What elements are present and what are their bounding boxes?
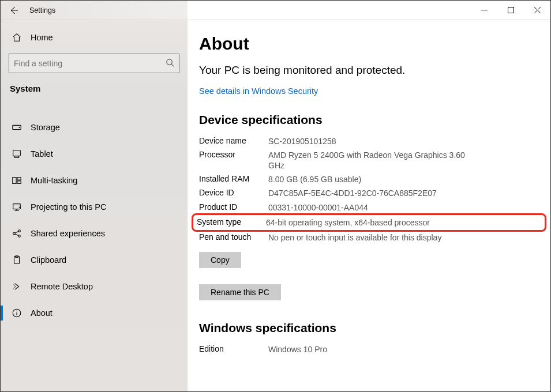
svg-rect-13 [13,204,21,209]
sidebar-item-label: Tablet [31,149,53,159]
back-button[interactable] [1,1,27,20]
page-title: About [199,34,539,54]
spec-ram: Installed RAM 8.00 GB (6.95 GB usable) [199,174,539,184]
spec-value: 64-bit operating system, x64-based proce… [266,217,474,228]
spec-value: 00331-10000-00001-AA044 [268,202,476,213]
spec-value: D47C85AF-5E4C-4DD1-92C0-76CA885F2E07 [268,188,476,198]
svg-point-7 [18,127,20,128]
sidebar-item-shared[interactable]: Shared experiences [9,220,179,247]
spec-label: Pen and touch [199,232,268,243]
sidebar-item-label: Storage [31,123,60,132]
svg-line-17 [15,231,18,233]
spec-label: Processor [199,150,268,171]
spec-label: Device ID [199,188,268,198]
svg-point-14 [13,232,16,235]
spec-device-name: Device name SC-201905101258 [199,136,539,146]
svg-rect-9 [14,156,18,158]
spec-pen-touch: Pen and touch No pen or touch input is a… [199,232,539,243]
multitasking-icon [11,175,23,186]
sidebar-nav: Storage Tablet Multi-tasking Projecting … [9,114,179,326]
svg-point-16 [18,235,21,238]
spec-value: SC-201905101258 [268,136,476,146]
home-nav[interactable]: Home [9,26,179,49]
sidebar-item-label: Remote Desktop [31,282,93,291]
svg-line-5 [171,64,174,66]
sidebar-item-label: Multi-tasking [31,176,77,185]
spec-edition: Edition Windows 10 Pro [199,344,539,355]
clipboard-icon [11,254,23,266]
svg-rect-12 [17,181,21,184]
spec-label: Edition [199,344,268,355]
about-icon [11,307,23,319]
svg-line-18 [15,234,18,236]
svg-point-4 [167,59,172,64]
spec-system-type: System type 64-bit operating system, x64… [194,216,543,229]
device-specifications-table: Device name SC-201905101258 Processor AM… [199,136,539,243]
maximize-button[interactable] [497,1,524,20]
sidebar-item-clipboard[interactable]: Clipboard [9,247,179,273]
sidebar-item-label: Clipboard [31,255,66,265]
title-bar: Settings [1,1,550,20]
windows-security-link[interactable]: See details in Windows Security [199,86,318,96]
sidebar-item-tablet[interactable]: Tablet [9,141,179,167]
content-area: About Your PC is being monitored and pro… [188,20,550,391]
sidebar-item-label: Shared experiences [31,229,105,238]
windows-specifications-table: Edition Windows 10 Pro [199,344,539,355]
svg-rect-11 [17,178,21,180]
tablet-icon [11,148,23,160]
svg-rect-10 [13,178,16,184]
close-button[interactable] [524,1,550,20]
spec-value: AMD Ryzen 5 2400G with Radeon Vega Graph… [268,150,476,171]
storage-icon [11,122,23,133]
window-controls [471,1,550,20]
sidebar: Home System Storage Tablet Multi-tasking [1,20,188,391]
spec-label: Device name [199,136,268,146]
svg-point-23 [16,311,17,311]
windows-specifications-heading: Windows specifications [199,321,539,335]
spec-label: Installed RAM [199,174,268,184]
projecting-icon [11,201,23,213]
spec-value: 8.00 GB (6.95 GB usable) [268,174,476,184]
sidebar-item-label: Projecting to this PC [31,202,106,212]
spec-label: System type [197,217,266,228]
sidebar-item-remote[interactable]: Remote Desktop [9,273,179,300]
search-input[interactable] [14,59,166,68]
sidebar-group-header: System [9,84,179,93]
svg-rect-8 [13,150,21,156]
copy-button[interactable]: Copy [199,252,241,268]
remote-desktop-icon [11,281,23,292]
sidebar-item-multitasking[interactable]: Multi-tasking [9,167,179,194]
spec-label: Product ID [199,202,268,213]
sidebar-item-projecting[interactable]: Projecting to this PC [9,194,179,220]
home-icon [11,32,23,43]
rename-pc-button[interactable]: Rename this PC [199,284,281,300]
device-specifications-heading: Device specifications [199,113,539,127]
svg-point-15 [18,230,21,232]
spec-value: No pen or touch input is available for t… [268,232,476,243]
svg-rect-1 [508,7,513,13]
sidebar-item-about[interactable]: About [9,300,179,326]
spec-processor: Processor AMD Ryzen 5 2400G with Radeon … [199,150,539,171]
spec-value: Windows 10 Pro [268,344,476,355]
home-label: Home [31,33,53,42]
spec-product-id: Product ID 00331-10000-00001-AA044 [199,202,539,213]
minimize-button[interactable] [471,1,497,20]
sidebar-item-label: About [31,308,53,318]
sidebar-item-storage[interactable]: Storage [9,114,179,141]
shared-experiences-icon [11,228,23,239]
search-box[interactable] [9,54,179,73]
spec-device-id: Device ID D47C85AF-5E4C-4DD1-92C0-76CA88… [199,188,539,198]
app-title: Settings [27,6,55,14]
search-icon [166,58,174,69]
monitoring-status: Your PC is being monitored and protected… [199,63,407,78]
